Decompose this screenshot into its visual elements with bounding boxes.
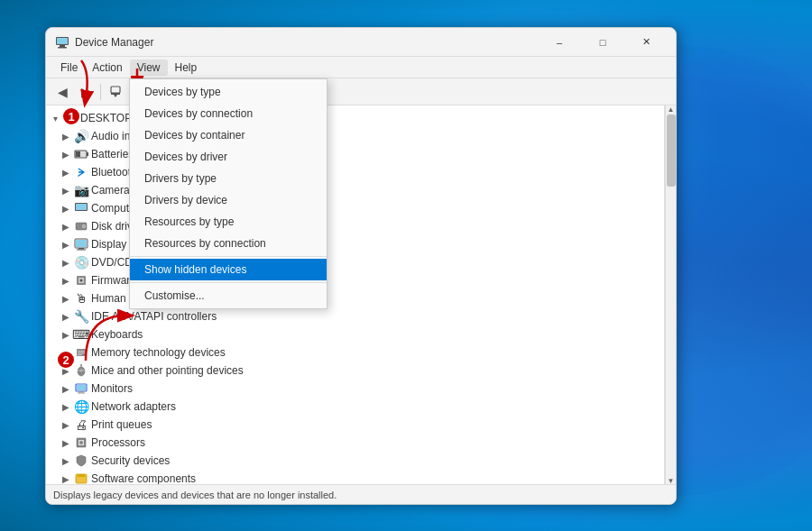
view-dropdown-menu: Devices by type Devices by connection De… [129,78,328,309]
svg-point-26 [80,279,83,282]
security-icon [74,453,88,468]
computer-tree-icon [74,201,88,215]
tree-item-network[interactable]: ▶ 🌐 Network adapters [46,398,664,416]
display-icon [74,237,88,252]
svg-rect-14 [87,152,88,156]
menu-drivers-by-type[interactable]: Drivers by type [130,168,327,189]
scrollbar[interactable]: ▲ ▼ [665,105,676,484]
menu-devices-by-container[interactable]: Devices by container [130,124,327,146]
menu-item-label: Resources by connection [144,237,266,250]
menu-item-label: Devices by type [144,86,221,98]
statusbar-text: Displays legacy devices and devices that… [53,490,337,500]
tree-item-print[interactable]: ▶ 🖨 Print queues [46,416,664,434]
svg-rect-30 [78,354,82,355]
maximize-button[interactable]: □ [582,28,623,57]
print-icon: 🖨 [74,417,88,432]
scrollbar-thumb[interactable] [667,114,676,187]
svg-rect-22 [78,248,84,250]
menu-help[interactable]: Help [168,60,205,76]
forward-button[interactable]: ▶ [75,82,97,102]
svg-rect-21 [76,240,87,247]
window-title: Device Manager [75,36,539,49]
svg-rect-16 [76,204,87,210]
menu-separator-1 [130,256,327,257]
network-icon: 🌐 [74,399,88,414]
badge-2: 2 [56,350,76,370]
processors-icon [74,435,88,450]
keyboards-icon: ⌨ [74,327,88,342]
monitors-label: Monitors [91,382,133,395]
toolbar-divider [100,84,101,100]
audio-icon: 🔊 [74,129,88,143]
titlebar-icon [55,35,69,50]
svg-rect-1 [60,45,65,47]
scroll-up[interactable]: ▲ [666,105,676,113]
menu-devices-by-driver[interactable]: Devices by driver [130,146,327,168]
menu-item-label: Devices by driver [144,151,227,163]
network-label: Network adapters [91,400,176,413]
menu-devices-by-connection[interactable]: Devices by connection [130,103,327,124]
menu-item-label: Drivers by type [144,172,217,185]
security-label: Security devices [91,454,170,467]
processors-label: Processors [91,436,145,449]
menu-separator-2 [130,282,327,283]
svg-rect-23 [77,250,86,251]
tree-item-mice[interactable]: ▶ Mice and other pointing devices [46,362,664,380]
menu-drivers-by-device[interactable]: Drivers by device [130,189,327,211]
menu-item-label: Devices by connection [144,107,253,120]
batteries-label: Batteries [91,148,134,160]
dvd-icon: 💿 [74,255,88,270]
firmware-icon [74,273,88,288]
keyboards-label: Keyboards [91,328,143,341]
bluetooth-icon [74,165,88,179]
svg-rect-3 [57,38,68,44]
badge-1: 1 [61,106,81,126]
ide-icon: 🔧 [74,309,88,324]
menu-resources-by-connection[interactable]: Resources by connection [130,233,327,254]
tree-item-monitors[interactable]: ▶ Monitors [46,380,664,398]
menu-customise[interactable]: Customise... [130,285,327,307]
svg-rect-28 [78,351,85,352]
svg-point-35 [80,364,82,366]
monitors-icon [74,381,88,396]
window-controls: – □ ✕ [539,28,667,57]
software-comp-icon [74,471,88,484]
ide-label: IDE ATA/ATAPI controllers [91,310,217,323]
menu-resources-by-type[interactable]: Resources by type [130,211,327,233]
tree-item-software-comp[interactable]: ▶ Software components [46,470,664,484]
back-button[interactable]: ◀ [51,82,73,102]
menu-devices-by-type[interactable]: Devices by type [130,81,327,103]
close-button[interactable]: ✕ [625,28,667,57]
svg-rect-38 [78,391,84,393]
scroll-down[interactable]: ▼ [666,477,676,484]
hid-icon: 🖱 [74,291,88,306]
svg-marker-6 [114,95,117,97]
menu-item-label: Devices by container [144,129,245,142]
svg-rect-39 [78,393,85,394]
svg-rect-4 [111,87,120,93]
memory-tech-label: Memory technology devices [91,346,226,359]
disk-icon [74,219,88,233]
menu-item-label: Show hidden devices [144,263,246,276]
titlebar: Device Manager – □ ✕ [46,28,676,57]
tree-item-ide[interactable]: ▶ 🔧 IDE ATA/ATAPI controllers [46,307,664,325]
tree-item-security[interactable]: ▶ Security devices [46,452,664,470]
svg-rect-13 [76,151,80,157]
svg-point-42 [79,441,83,444]
svg-rect-37 [77,385,86,390]
svg-rect-2 [58,47,67,49]
menu-show-hidden-devices[interactable]: Show hidden devices [130,259,327,280]
cameras-icon: 📷 [74,183,88,197]
batteries-icon [74,147,88,161]
tree-item-memory-tech[interactable]: ▶ Memory technology devices [46,343,664,362]
expand-root[interactable]: ▾ [50,113,60,124]
svg-rect-29 [78,352,85,353]
tree-item-keyboards[interactable]: ▶ ⌨ Keyboards [46,325,664,343]
mice-label: Mice and other pointing devices [91,364,244,377]
print-label: Print queues [91,418,152,431]
mice-icon [74,363,88,378]
tree-item-processors[interactable]: ▶ Processors [46,434,664,452]
minimize-button[interactable]: – [539,28,580,57]
memory-tech-icon [74,345,88,360]
menu-file[interactable]: File [53,60,85,76]
